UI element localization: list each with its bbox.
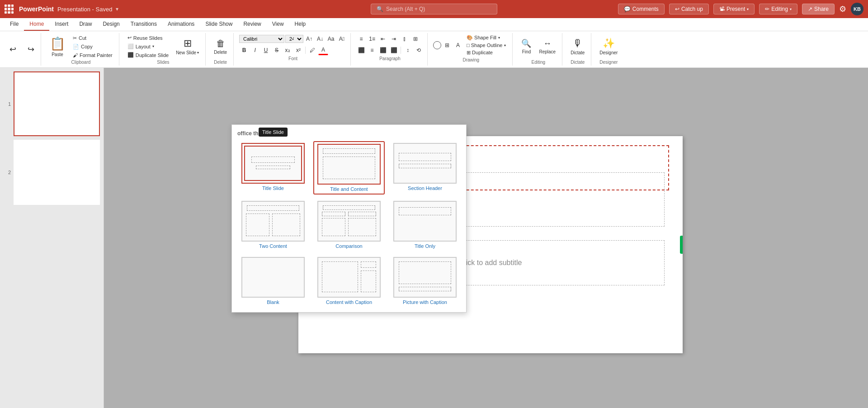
layout-item-title-content[interactable]: Title and Content bbox=[313, 141, 385, 195]
present-icon: 📽 bbox=[719, 6, 725, 12]
shape-fill-button[interactable]: 🎨 Shape Fill ▾ bbox=[464, 34, 509, 42]
slide-thumb-1[interactable]: 1 bbox=[4, 71, 100, 136]
align-right-button[interactable]: ⬛ bbox=[378, 45, 388, 55]
paragraph-label: Paragraph bbox=[379, 56, 401, 61]
layout-item-section-header[interactable]: Section Header bbox=[389, 141, 461, 195]
new-slide-button[interactable]: ⊞ New Slide ▾ bbox=[173, 36, 202, 57]
columns-button[interactable]: ⫿ bbox=[400, 34, 410, 44]
comments-button[interactable]: 💬 Comments bbox=[618, 4, 665, 14]
arrange-button[interactable]: ⊞ bbox=[442, 40, 452, 50]
dictate-button[interactable]: 🎙 Dictate bbox=[568, 36, 587, 57]
layout-button[interactable]: ⬜ Layout ▾ bbox=[125, 43, 171, 50]
increase-indent-button[interactable]: ⇥ bbox=[389, 34, 399, 44]
tab-draw[interactable]: Draw bbox=[74, 18, 97, 31]
redo-button[interactable]: ↪ bbox=[23, 43, 39, 56]
align-center-button[interactable]: ≡ bbox=[367, 45, 377, 55]
editing-dropdown-icon[interactable]: ▾ bbox=[790, 7, 792, 11]
underline-button[interactable]: U bbox=[261, 45, 271, 55]
present-dropdown-icon[interactable]: ▾ bbox=[747, 7, 749, 11]
present-button[interactable]: 📽 Present ▾ bbox=[713, 4, 755, 14]
drawing-row1: ⊞ A 🎨 Shape Fill ▾ □ Shape Outline ▾ ⊞ D… bbox=[433, 34, 509, 57]
format-painter-button[interactable]: 🖌 Format Painter bbox=[70, 52, 115, 59]
comments-icon: 💬 bbox=[624, 6, 631, 12]
tab-animations[interactable]: Animations bbox=[162, 18, 200, 31]
para-row1: ≡ 1≡ ⇤ ⇥ ⫿ ⊞ bbox=[356, 34, 424, 44]
tab-design[interactable]: Design bbox=[97, 18, 125, 31]
tab-review[interactable]: Review bbox=[238, 18, 266, 31]
catchup-button[interactable]: ↩ Catch up bbox=[669, 4, 709, 14]
justify-button[interactable]: ⬛ bbox=[389, 45, 399, 55]
cut-button[interactable]: ✂ Cut bbox=[70, 34, 115, 42]
delete-button[interactable]: 🗑 Delete bbox=[211, 37, 230, 57]
slide-thumb-2[interactable]: 2 bbox=[4, 140, 100, 204]
tab-slideshow[interactable]: Slide Show bbox=[200, 18, 238, 31]
to-title bbox=[399, 207, 451, 215]
layout-item-title-only[interactable]: Title Only bbox=[389, 199, 461, 251]
copy-button[interactable]: 📄 Copy bbox=[70, 43, 115, 51]
numbering-button[interactable]: 1≡ bbox=[367, 34, 377, 44]
align-left-button[interactable]: ⬛ bbox=[356, 45, 366, 55]
layout-item-two-content[interactable]: Two Content bbox=[237, 199, 309, 251]
decrease-font-button[interactable]: A↓ bbox=[315, 34, 325, 44]
line-spacing-button[interactable]: ↕ bbox=[403, 45, 413, 55]
oval-shape-button[interactable] bbox=[433, 41, 441, 49]
catchup-icon: ↩ bbox=[675, 6, 679, 12]
green-accent-tab[interactable] bbox=[680, 236, 683, 254]
undo-button[interactable]: ↩ bbox=[5, 43, 21, 56]
tc-title bbox=[323, 148, 375, 154]
slide-preview-2[interactable] bbox=[14, 140, 100, 204]
shape-outline-button[interactable]: □ Shape Outline ▾ bbox=[464, 42, 509, 49]
smartart-button[interactable]: ⊞ bbox=[410, 34, 420, 44]
increase-font-button[interactable]: A↑ bbox=[304, 34, 314, 44]
share-icon: ↗ bbox=[808, 6, 812, 12]
reuse-slides-button[interactable]: ↩ Reuse Slides bbox=[125, 34, 171, 42]
layout-item-content-caption[interactable]: Content with Caption bbox=[313, 255, 385, 307]
font-size-select[interactable]: 24 bbox=[285, 35, 303, 43]
tab-file[interactable]: File bbox=[5, 18, 24, 31]
replace-button[interactable]: ↔ Replace bbox=[536, 37, 558, 56]
highlight-button[interactable]: 🖊 bbox=[307, 45, 317, 55]
font-color-button[interactable]: A bbox=[318, 45, 328, 55]
canvas-area[interactable]: ck to add title Click to add subtitle of… bbox=[104, 68, 868, 408]
layout-item-picture-caption[interactable]: Picture with Caption bbox=[389, 255, 461, 307]
designer-button[interactable]: ✨ Designer bbox=[597, 36, 620, 57]
editing-button[interactable]: ✏ Editing ▾ bbox=[759, 4, 797, 14]
bold-button[interactable]: B bbox=[239, 45, 249, 55]
slide-preview-1[interactable] bbox=[14, 71, 100, 136]
share-button[interactable]: ↗ Share bbox=[802, 4, 835, 14]
duplicate-shape-button[interactable]: ⊞ Duplicate bbox=[464, 49, 509, 57]
settings-icon[interactable]: ⚙ bbox=[839, 4, 846, 14]
subscript-button[interactable]: x₂ bbox=[283, 45, 292, 55]
dropdown-arrow-title[interactable]: ▾ bbox=[116, 6, 118, 12]
tab-transitions[interactable]: Transitions bbox=[125, 18, 162, 31]
designer-content: ✨ Designer bbox=[597, 34, 620, 59]
find-button[interactable]: 🔍 Find bbox=[518, 37, 534, 56]
italic-button[interactable]: I bbox=[250, 45, 260, 55]
change-case-button[interactable]: Aa bbox=[326, 34, 336, 44]
tab-home[interactable]: Home bbox=[24, 18, 49, 31]
layout-item-comparison[interactable]: Comparison bbox=[313, 199, 385, 251]
sh-sub bbox=[399, 164, 451, 168]
superscript-button[interactable]: x² bbox=[293, 45, 303, 55]
user-avatar[interactable]: KB bbox=[851, 3, 863, 15]
tab-view[interactable]: View bbox=[267, 18, 289, 31]
waffle-icon[interactable] bbox=[5, 5, 14, 14]
strikethrough-button[interactable]: S bbox=[272, 45, 282, 55]
shape-styles-button[interactable]: A bbox=[453, 40, 463, 50]
clear-format-button[interactable]: A⃝ bbox=[337, 34, 347, 44]
tab-help[interactable]: Help bbox=[289, 18, 311, 31]
text-dir-button[interactable]: ⟲ bbox=[414, 45, 424, 55]
font-family-select[interactable]: Calibri bbox=[239, 35, 284, 43]
search-input[interactable] bbox=[386, 6, 476, 12]
layout-item-blank[interactable]: Blank bbox=[237, 255, 309, 307]
pc-caption bbox=[399, 287, 451, 291]
decrease-indent-button[interactable]: ⇤ bbox=[378, 34, 388, 44]
duplicate-slide-button[interactable]: ⬛ Duplicate Slide bbox=[125, 51, 171, 59]
paste-button[interactable]: 📋 Paste bbox=[47, 34, 68, 59]
bullets-button[interactable]: ≡ bbox=[356, 34, 366, 44]
tab-insert[interactable]: Insert bbox=[49, 18, 74, 31]
search-bar[interactable]: 🔍 bbox=[371, 4, 497, 14]
dictate-group: 🎙 Dictate Dictate bbox=[564, 33, 591, 66]
layout-item-title-slide[interactable]: Title Slide Title Slide bbox=[237, 141, 309, 195]
layout-thumb-title-only bbox=[393, 201, 457, 242]
